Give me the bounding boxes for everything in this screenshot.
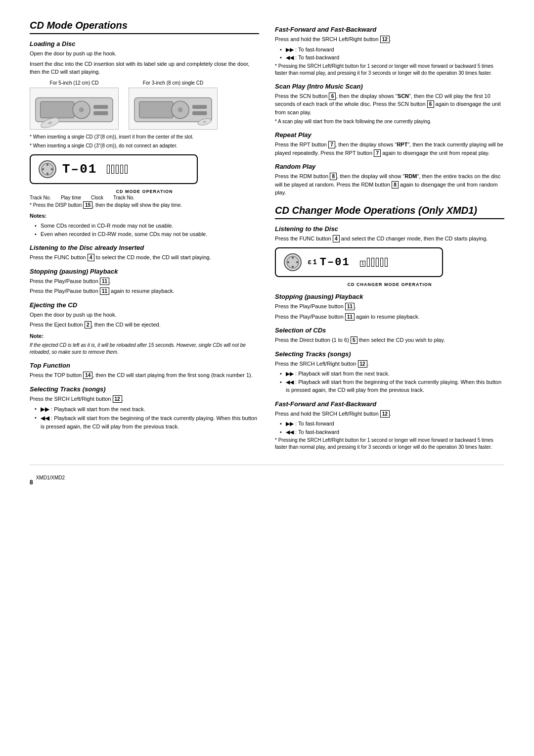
note-item-2: Even when recorded in CD-RW mode, some C… xyxy=(35,230,259,238)
btn-8b: 8 xyxy=(392,181,399,189)
changer-ff-list: ▶▶ : To fast-forward ◀◀ : To fast-backwa… xyxy=(275,420,504,436)
main-content: CD Mode Operations Loading a Disc Open t… xyxy=(30,20,504,453)
note-single-cd-1: * When inserting a single CD (3"(8 cm)),… xyxy=(30,134,259,141)
changer-seg4 xyxy=(380,258,383,267)
rw-arrow: ◀◀ xyxy=(286,54,294,60)
top-function-text: Press the TOP button 14, then the CD wil… xyxy=(30,371,259,379)
seg2 xyxy=(111,165,114,174)
svg-rect-12 xyxy=(192,105,207,109)
stopping-text1: Press the Play/Pause button 11. xyxy=(30,277,259,285)
notes-list: Some CDs recorded in CD-R mode may not b… xyxy=(30,222,259,238)
ff-title: Fast-Forward and Fast-Backward xyxy=(275,26,504,33)
selecting-tracks-text: Press the SRCH Left/Right button 12. xyxy=(30,395,259,403)
changer-seg-num: 1 xyxy=(360,261,365,267)
note-item-1: Some CDs recorded in CD-R mode may not b… xyxy=(35,222,259,230)
loading-disc-para2: Insert the disc into the CD insertion sl… xyxy=(30,60,259,76)
stopping-title: Stopping (pausing) Playback xyxy=(30,268,259,275)
changer-stopping-title: Stopping (pausing) Playback xyxy=(275,293,504,300)
listening-disc-text: Press the FUNC button 4 and select the C… xyxy=(275,235,504,243)
changer-seg2 xyxy=(371,258,374,267)
changer-ff-text: Press and hold the SRCH Left/Right butto… xyxy=(275,410,504,418)
device-3inch: For 3-inch (8 cm) single CD xyxy=(129,80,218,130)
ejecting-title: Ejecting the CD xyxy=(30,301,259,309)
btn-2: 2 xyxy=(85,321,91,329)
changer-ff-item-fwd: ▶▶ : To fast-forward xyxy=(280,420,504,428)
cd-device-5inch-img xyxy=(30,88,119,130)
btn-7: 7 xyxy=(328,141,335,148)
display-area: T–01 CD MODE OPERATION Track No. Play ti… xyxy=(30,154,259,209)
svg-rect-9 xyxy=(139,101,173,118)
ejecting-text1: Open the door by push up the hook. xyxy=(30,311,259,319)
display-knob xyxy=(39,160,56,178)
changer-ff-title: Fast-Forward and Fast-Backward xyxy=(275,400,504,408)
changer-mode-display: ε1 T–01 1 xyxy=(275,247,443,277)
svg-rect-5 xyxy=(93,111,108,115)
tracks-item-ff: ▶▶ : Playback will start from the next t… xyxy=(35,405,259,414)
btn-5: 5 xyxy=(351,336,357,344)
changer-tracks-title: Selecting Tracks (songs) xyxy=(275,350,504,358)
svg-rect-1 xyxy=(41,101,74,118)
device-5inch: For 5-inch (12 cm) CD xyxy=(30,80,119,130)
btn-4-changer: 4 xyxy=(333,235,340,242)
btn-12-changer: 12 xyxy=(358,360,367,368)
btn-11-changer-resume: 11 xyxy=(345,313,355,321)
changer-ff-icon: ▶▶ xyxy=(286,421,294,426)
page-number: 8 xyxy=(30,479,33,486)
changer-stopping-text2: Press the Play/Pause button 11 again to … xyxy=(275,313,504,321)
btn-11-resume: 11 xyxy=(100,287,109,295)
ff-item-backward: ◀◀ : To fast-backward xyxy=(280,53,504,62)
listening-inserted-text: Press the FUNC button 4 to select the CD… xyxy=(30,253,259,262)
selection-cds-text: Press the Direct button (1 to 6) 5 then … xyxy=(275,336,504,344)
changer-ff-arrow: ▶▶ xyxy=(286,371,294,377)
notes-block: Notes: Some CDs recorded in CD-R mode ma… xyxy=(30,212,259,238)
loading-disc-para1: Open the door by push up the hook. xyxy=(30,49,259,58)
changer-seg3 xyxy=(376,258,379,267)
clock-label: Clock xyxy=(91,195,103,200)
cd-device-3inch-img xyxy=(129,88,218,130)
changer-caption: CD CHANGER MODE OPERATION xyxy=(275,282,504,287)
svg-point-24 xyxy=(292,266,294,268)
ff-arrow: ▶▶ xyxy=(286,47,294,52)
note-single-cd-2: * When inserting a single CD (3"(8 cm)),… xyxy=(30,142,259,149)
changer-display-area: ε1 T–01 1 CD CHANGER MODE OPERATION xyxy=(275,247,504,287)
btn-11-changer: 11 xyxy=(345,303,355,310)
changer-stopping-text1: Press the Play/Pause button 11. xyxy=(275,302,504,311)
svg-point-25 xyxy=(287,261,289,263)
svg-rect-4 xyxy=(93,105,108,109)
scn-bold: SCN xyxy=(398,93,409,99)
play-time-label: Play time xyxy=(61,195,81,200)
btn-15-inline: 15 xyxy=(83,201,92,209)
changer-tracks-list: ▶▶ : Playback will start from the next t… xyxy=(275,370,504,394)
stopping-text2: Press the Play/Pause button 11 again to … xyxy=(30,287,259,295)
changer-segments: 1 xyxy=(360,258,388,267)
selection-cds-title: Selection of CDs xyxy=(275,327,504,334)
changer-title: CD Changer Mode Operations (Only XMD1) xyxy=(275,205,504,219)
btn-4: 4 xyxy=(88,254,94,261)
seg5 xyxy=(125,165,128,174)
svg-point-18 xyxy=(51,168,53,170)
disc-epsilon: ε1 xyxy=(308,258,318,266)
svg-point-20 xyxy=(42,168,44,170)
svg-point-11 xyxy=(178,107,183,112)
rdm-bold: RDM xyxy=(404,173,417,179)
btn-8: 8 xyxy=(330,173,337,180)
listening-disc-title: Listening to the Disc xyxy=(275,225,504,233)
btn-14: 14 xyxy=(83,372,92,379)
footer: 8 XMD1/XMD2 xyxy=(30,465,504,486)
changer-rw-arrow: ◀◀ xyxy=(286,379,294,385)
top-function-title: Top Function xyxy=(30,362,259,369)
changer-track: T–01 xyxy=(320,256,350,269)
btn-12: 12 xyxy=(113,395,122,403)
btn-6: 6 xyxy=(329,93,336,100)
seg1 xyxy=(107,165,110,174)
cd-images-row: For 5-inch (12 cm) CD xyxy=(30,80,259,130)
rpt-bold: RPT xyxy=(397,142,407,147)
tracks-list: ▶▶ : Playback will start from the next t… xyxy=(30,405,259,431)
display-segments xyxy=(107,165,128,174)
seg4 xyxy=(120,165,123,174)
btn-12-ff2: 12 xyxy=(380,410,390,418)
selecting-tracks-title: Selecting Tracks (songs) xyxy=(30,385,259,393)
tracks-item-rw: ◀◀ : Playback will start from the beginn… xyxy=(35,414,259,431)
changer-knob xyxy=(284,253,302,271)
cd-mode-display: T–01 xyxy=(30,154,198,184)
